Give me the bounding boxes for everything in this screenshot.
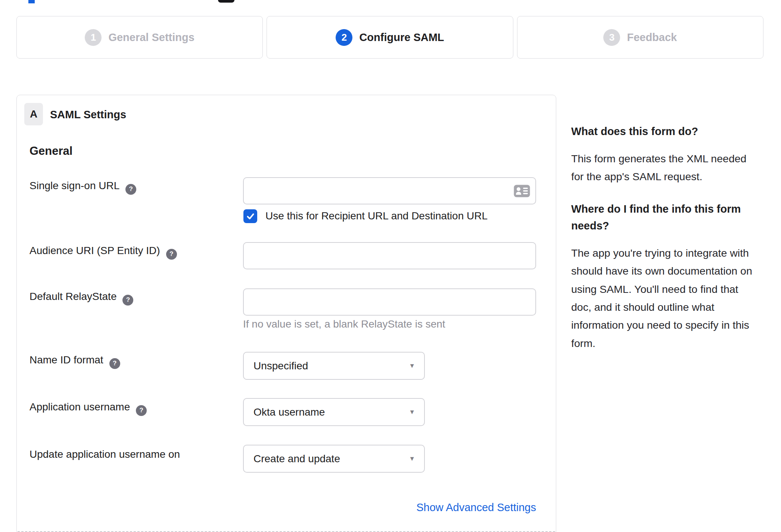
check-icon xyxy=(246,212,255,221)
chevron-down-icon: ▼ xyxy=(409,362,415,370)
sso-url-input-wrap xyxy=(243,177,536,204)
step-configure-saml[interactable]: 2 Configure SAML xyxy=(267,16,513,59)
step-3-number: 3 xyxy=(603,29,620,46)
step-1-label: General Settings xyxy=(108,31,194,44)
clipped-logo-fragment xyxy=(218,0,234,3)
step-general-settings[interactable]: 1 General Settings xyxy=(16,16,263,59)
step-feedback[interactable]: 3 Feedback xyxy=(517,16,763,59)
contact-card-icon[interactable] xyxy=(514,185,530,197)
saml-settings-panel: A SAML Settings General Single sign-on U… xyxy=(16,95,556,532)
chevron-down-icon: ▼ xyxy=(409,455,415,463)
wizard-stepper: 1 General Settings 2 Configure SAML 3 Fe… xyxy=(16,16,763,59)
help-heading-2: Where do I find the info this form needs… xyxy=(571,201,760,234)
section-title: SAML Settings xyxy=(50,109,126,121)
relaystate-help-icon[interactable]: ? xyxy=(122,295,133,306)
relaystate-input[interactable] xyxy=(243,288,536,316)
app-username-label: Application username? xyxy=(29,401,147,416)
nameid-format-label: Name ID format? xyxy=(29,354,120,369)
use-for-recipient-label[interactable]: Use this for Recipient URL and Destinati… xyxy=(265,210,488,222)
help-body-2: The app you're trying to integrate with … xyxy=(571,244,760,353)
nameid-format-value: Unspecified xyxy=(253,360,308,372)
step-2-number: 2 xyxy=(336,29,352,46)
relaystate-hint: If no value is set, a blank RelayState i… xyxy=(243,318,445,330)
app-username-help-icon[interactable]: ? xyxy=(136,405,147,416)
use-for-recipient-checkbox[interactable] xyxy=(243,209,257,223)
help-heading-1: What does this form do? xyxy=(571,123,760,140)
help-sidebar: What does this form do? This form genera… xyxy=(571,123,760,367)
nameid-format-help-icon[interactable]: ? xyxy=(109,358,120,369)
show-advanced-settings-link[interactable]: Show Advanced Settings xyxy=(416,501,536,514)
sso-url-help-icon[interactable]: ? xyxy=(125,184,136,195)
sso-url-label: Single sign-on URL? xyxy=(29,180,136,195)
group-title: General xyxy=(29,144,72,158)
step-2-label: Configure SAML xyxy=(359,31,444,44)
update-username-value: Create and update xyxy=(253,453,340,465)
audience-uri-input[interactable] xyxy=(243,242,536,269)
relaystate-label: Default RelayState? xyxy=(29,291,133,306)
audience-uri-label: Audience URI (SP Entity ID)? xyxy=(29,245,177,260)
update-username-select[interactable]: Create and update ▼ xyxy=(243,445,425,473)
chevron-down-icon: ▼ xyxy=(409,409,415,416)
step-1-number: 1 xyxy=(85,29,102,46)
help-body-1: This form generates the XML needed for t… xyxy=(571,150,760,186)
nameid-format-select[interactable]: Unspecified ▼ xyxy=(243,352,425,380)
app-username-value: Okta username xyxy=(253,406,325,418)
clipped-blue-fragment xyxy=(28,0,35,3)
step-3-label: Feedback xyxy=(627,31,677,44)
sso-url-input[interactable] xyxy=(243,177,536,204)
audience-uri-help-icon[interactable]: ? xyxy=(166,249,177,260)
section-badge: A xyxy=(24,103,43,125)
app-username-select[interactable]: Okta username ▼ xyxy=(243,398,425,426)
update-username-label: Update application username on xyxy=(29,448,180,460)
